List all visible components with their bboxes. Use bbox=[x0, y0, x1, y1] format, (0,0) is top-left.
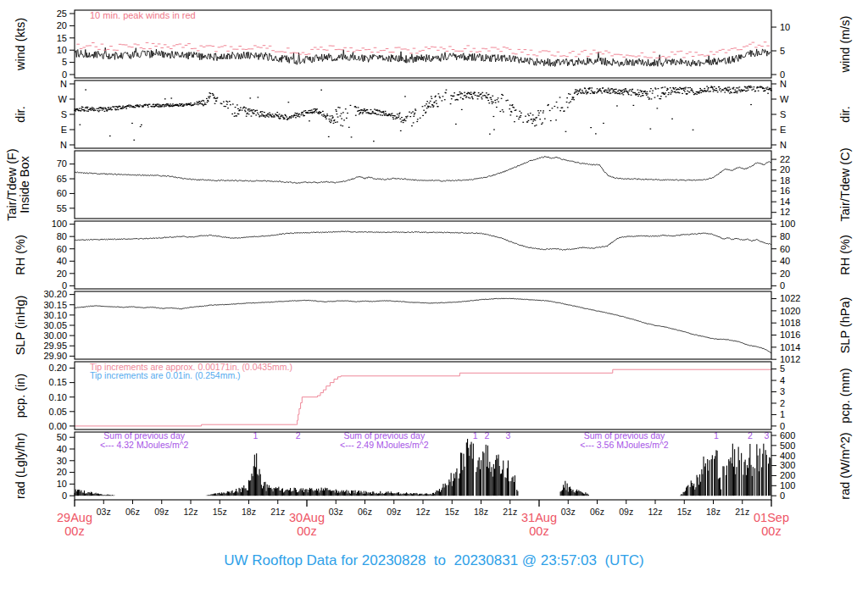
y-tick-label: 60 bbox=[57, 244, 67, 254]
y-tick-label: 22 bbox=[780, 154, 790, 164]
footer-title: UW Rooftop Data for 20230828 to 20230831… bbox=[0, 552, 868, 569]
y-tick-label: 100 bbox=[52, 219, 67, 229]
y-tick-label: 100 bbox=[780, 480, 795, 490]
x-tick-label: 18z bbox=[242, 507, 256, 517]
x-tick-label: 09z bbox=[154, 507, 169, 517]
y-tick-label: 0 bbox=[62, 490, 67, 501]
y-tick-label: 200 bbox=[780, 470, 795, 480]
y-axis-title-pcp-left: pcp. (in) bbox=[14, 374, 27, 418]
y-tick-label: 12 bbox=[780, 207, 790, 217]
y-tick-label: 20 bbox=[57, 269, 67, 279]
temp-axis-line1: Tair/Tdew (F) bbox=[6, 148, 19, 220]
y-tick-label: 1018 bbox=[780, 318, 800, 328]
y-axis-title-wind-right: wind (m/s) bbox=[838, 16, 852, 73]
x-tick-label: 21z bbox=[270, 507, 285, 517]
svg-text:<--- 2.49 MJoules/m^2: <--- 2.49 MJoules/m^2 bbox=[340, 440, 429, 450]
y-axis-title-wind-left: wind (kts) bbox=[14, 18, 27, 70]
y-tick-label: 1020 bbox=[780, 306, 800, 316]
y-axis-title-rad-right: rad (W/m^2) bbox=[838, 432, 852, 499]
y-tick-label: 100 bbox=[780, 219, 795, 229]
y-axis-title-rh-left: RH (%) bbox=[14, 235, 27, 275]
y-tick-label: N bbox=[60, 79, 67, 89]
y-tick-label: N bbox=[60, 140, 67, 150]
svg-text:<--- 4.32 MJoules/m^2: <--- 4.32 MJoules/m^2 bbox=[100, 440, 189, 450]
temp-trace bbox=[75, 157, 771, 184]
y-tick-label: 0 bbox=[780, 490, 785, 501]
y-tick-label: E bbox=[61, 125, 67, 135]
x-tick-label: 03z bbox=[561, 507, 576, 517]
y-axis-title-rad-left: rad (Lgly/hr) bbox=[14, 433, 27, 499]
x-tick-label: 12z bbox=[416, 507, 431, 517]
x-tick-label: 18z bbox=[474, 507, 488, 517]
y-tick-label: 40 bbox=[57, 256, 67, 266]
x-day-sublabel: 00z bbox=[529, 524, 548, 538]
y-tick-label: 20 bbox=[780, 269, 790, 279]
y-tick-label: 50 bbox=[57, 432, 67, 442]
peak-wind-annotation: 10 min. peak winds in red bbox=[90, 11, 196, 20]
y-tick-label: 0 bbox=[780, 280, 785, 291]
meteogram-figure: 12123123Sum of previous day<--- 4.32 MJo… bbox=[0, 0, 868, 593]
y-axis-title-temp-right: Tair/Tdew (C) bbox=[838, 147, 852, 221]
y-tick-label: 14 bbox=[780, 197, 790, 207]
y-tick-label: 29.90 bbox=[43, 351, 67, 361]
y-tick-label: W bbox=[58, 94, 68, 104]
x-tick-label: 12z bbox=[184, 507, 198, 517]
y-tick-label: 40 bbox=[780, 256, 790, 266]
y-tick-label: N bbox=[780, 140, 787, 150]
y-tick-label: 0.15 bbox=[49, 377, 67, 387]
y-tick-label: 0.10 bbox=[49, 392, 67, 402]
y-tick-label: 300 bbox=[780, 460, 795, 470]
y-axis-title-dir-left: dir. bbox=[14, 106, 27, 122]
x-tick-label: 21z bbox=[735, 507, 749, 517]
x-day-label: 31Aug bbox=[521, 511, 557, 524]
y-tick-label: 0.00 bbox=[49, 421, 67, 431]
y-axis-title-slp-left: SLP (inHg) bbox=[14, 296, 27, 356]
x-tick-label: 21z bbox=[503, 507, 517, 517]
y-axis-title-dir-right: dir. bbox=[838, 106, 852, 122]
y-tick-label: 1014 bbox=[780, 342, 800, 352]
y-tick-label: 18 bbox=[780, 175, 790, 186]
y-tick-label: 5 bbox=[62, 57, 67, 67]
y-tick-label: 3 bbox=[780, 386, 785, 396]
x-tick-label: 03z bbox=[97, 507, 111, 517]
y-tick-label: 80 bbox=[780, 231, 790, 241]
meteogram-plot: 12123123Sum of previous day<--- 4.32 MJo… bbox=[0, 0, 868, 593]
y-tick-label: 1022 bbox=[780, 293, 800, 303]
tip-increment-annotation-blue: Tip increments are 0.01in. (0.254mm.) bbox=[90, 371, 241, 380]
x-day-label: 29Aug bbox=[57, 511, 92, 524]
y-tick-label: 65 bbox=[57, 174, 67, 184]
x-tick-label: 15z bbox=[677, 507, 692, 517]
x-day-sublabel: 00z bbox=[297, 524, 316, 538]
x-tick-label: 15z bbox=[445, 507, 459, 517]
x-tick-label: 09z bbox=[387, 507, 401, 517]
y-tick-label: 10 bbox=[57, 479, 67, 489]
y-tick-label: W bbox=[780, 94, 789, 104]
y-tick-label: E bbox=[780, 125, 786, 135]
y-tick-label: 16 bbox=[780, 186, 790, 196]
x-day-sublabel: 00z bbox=[64, 524, 84, 538]
x-tick-label: 15z bbox=[213, 507, 227, 517]
x-tick-label: 09z bbox=[619, 507, 633, 517]
y-tick-label: 10 bbox=[780, 22, 790, 32]
y-axis-title-pcp-right: pcp. (mm) bbox=[838, 368, 852, 423]
y-tick-label: 400 bbox=[780, 451, 795, 461]
x-day-sublabel: 00z bbox=[761, 524, 781, 538]
y-axis-title-rh-right: RH (%) bbox=[838, 235, 852, 275]
y-tick-label: 70 bbox=[57, 158, 67, 169]
x-tick-label: 03z bbox=[329, 507, 343, 517]
y-tick-label: 2 bbox=[780, 398, 785, 408]
x-axis: 03z06z09z12z15z18z21z03z06z09z12z15z18z2… bbox=[57, 500, 789, 538]
x-tick-label: 06z bbox=[358, 507, 372, 517]
y-tick-label: N bbox=[780, 79, 787, 89]
y-tick-label: 25 bbox=[57, 8, 67, 19]
y-tick-label: 30.15 bbox=[43, 300, 67, 310]
y-tick-label: 4 bbox=[780, 375, 785, 385]
x-tick-label: 06z bbox=[590, 507, 604, 517]
x-day-label: 01Sep bbox=[754, 511, 789, 524]
y-tick-label: 30 bbox=[57, 456, 67, 466]
y-tick-label: 10 bbox=[57, 45, 67, 55]
y-tick-label: 0.20 bbox=[49, 363, 67, 373]
y-tick-label: 29.95 bbox=[43, 341, 67, 351]
temp-axis-line2: Inside Box bbox=[19, 148, 31, 220]
y-tick-label: 500 bbox=[780, 441, 795, 451]
